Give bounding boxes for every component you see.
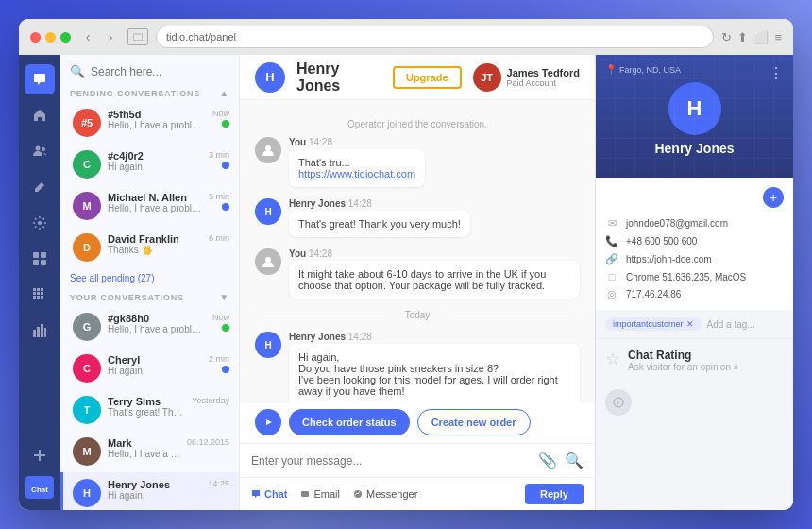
sidebar-item-add[interactable] [25, 440, 55, 470]
conv-avatar: M [73, 437, 101, 466]
sidebar-item-layout[interactable] [25, 244, 55, 274]
email-icon: ✉ [605, 217, 618, 230]
pending-section-header: PENDING CONVERSATIONS ▲ [60, 84, 239, 102]
chat-contact-avatar: H [255, 62, 285, 93]
system-message: Operator joined the conversation. [255, 119, 580, 129]
sidebar-item-settings[interactable] [25, 208, 55, 238]
sidebar-item-compose[interactable] [25, 172, 55, 202]
svg-point-2 [36, 146, 41, 151]
message-bubble: That's great! Thank you very much! [289, 211, 470, 237]
add-info-button[interactable]: + [763, 187, 784, 208]
conv-item-david[interactable]: D David Franklin Thanks 🖐 6 min [60, 227, 239, 268]
tag-remove-icon[interactable]: ✕ [686, 319, 694, 329]
svg-rect-6 [41, 252, 46, 258]
tab-messenger[interactable]: Messenger [353, 488, 417, 500]
svg-rect-11 [41, 288, 43, 291]
svg-rect-1 [133, 33, 143, 35]
more-options-button[interactable]: ⋮ [769, 64, 784, 82]
message-group: You 14:28 That's tru... https://www.tidi… [255, 137, 580, 187]
conv-item-c4j0r2[interactable]: C #c4j0r2 Hi again, 3 min [60, 144, 239, 185]
message-link[interactable]: https://www.tidiochat.com [298, 168, 415, 179]
chat-main: H Henry Jones Upgrade JT James Tedford P… [240, 55, 595, 510]
input-area: 📎 🔍 [240, 443, 595, 477]
pending-collapse[interactable]: ▲ [219, 88, 229, 98]
sidebar-item-chat[interactable] [25, 64, 55, 94]
svg-rect-21 [44, 328, 46, 337]
conv-item-5fh5d[interactable]: #5 #5fh5d Hello, I have a problem with m… [60, 102, 239, 144]
chat-contact-name: Henry Jones [296, 60, 381, 94]
attachment-icon[interactable]: 📎 [538, 452, 557, 469]
see-all-pending[interactable]: See all pending (27) [60, 268, 239, 288]
reply-button[interactable]: Reply [525, 484, 584, 504]
sidebar-item-chart[interactable] [25, 316, 55, 346]
ip-row: ◎ 717.46.24.86 [605, 288, 784, 300]
agent-info: JT James Tedford Paid Account [473, 63, 580, 92]
conv-item-terry[interactable]: T Terry Sims That's great! Thank you ver… [60, 389, 239, 431]
tag-item[interactable]: importantcustomer ✕ [605, 317, 702, 331]
add-tag-button[interactable]: Add a tag... [707, 319, 755, 330]
sidebar-item-contacts[interactable] [25, 136, 55, 166]
new-window-icon[interactable] [127, 28, 148, 45]
minimize-dot[interactable] [45, 32, 56, 43]
message-group: H Henry Jones 14:28 Hi again, Do you hav… [255, 332, 580, 403]
browser-row: □ Chrome 51.636.235, MacOS [605, 271, 784, 282]
bottom-section: i [596, 382, 793, 423]
your-conv-collapse[interactable]: ▼ [219, 292, 229, 302]
rating-subtitle[interactable]: Ask visitor for an opinion » [628, 362, 784, 372]
browser-dots [30, 32, 71, 43]
browser-toolbar: ‹ › tidio.chat/panel ↻ ⬆ ⬜ ≡ [19, 19, 793, 55]
check-order-button[interactable]: Check order status [289, 409, 410, 435]
message-input[interactable] [251, 454, 531, 468]
create-order-button[interactable]: Create new order [417, 409, 531, 435]
share-button[interactable]: ⬆ [737, 30, 748, 44]
message-bubble: That's tru... https://www.tidiochat.com [289, 149, 425, 187]
tab-chat[interactable]: Chat [251, 488, 287, 500]
conv-avatar: D [73, 233, 101, 262]
conv-item-mark[interactable]: M Mark Hello, I have a problem with my w… [60, 431, 239, 472]
svg-rect-12 [33, 292, 36, 295]
conv-avatar: T [73, 396, 101, 424]
url-bar[interactable]: tidio.chat/panel [156, 26, 714, 48]
browser-window: ‹ › tidio.chat/panel ↻ ⬆ ⬜ ≡ [19, 19, 793, 510]
tab-email[interactable]: Email [300, 488, 340, 500]
phone-icon: 📞 [605, 235, 618, 247]
svg-marker-25 [266, 419, 272, 425]
fullscreen-dot[interactable] [60, 32, 71, 43]
svg-rect-14 [41, 292, 43, 295]
info-button[interactable]: i [605, 389, 632, 416]
conv-avatar: H [73, 479, 101, 507]
refresh-button[interactable]: ↻ [721, 30, 732, 44]
conv-avatar: G [73, 313, 101, 341]
conv-item-henry[interactable]: H Henry Jones Hi again, 14:25 [60, 472, 239, 510]
menu-button[interactable]: ≡ [774, 30, 782, 44]
messages-area[interactable]: Operator joined the conversation. You 14… [240, 100, 595, 403]
search-input[interactable] [91, 65, 232, 78]
chat-label[interactable]: Chat [25, 476, 54, 499]
app-container: Chat 🔍 PENDING CONVERSATIONS ▲ #5 #5fh5d… [19, 55, 793, 510]
upgrade-button[interactable]: Upgrade [393, 66, 462, 89]
conv-item-michael[interactable]: M Michael N. Allen Hello, I have a probl… [60, 185, 239, 227]
search-bar: 🔍 [60, 55, 239, 84]
rating-title: Chat Rating [628, 349, 784, 362]
conv-item-gk88h0[interactable]: G #gk88h0 Hello, I have a problem with m… [60, 306, 239, 348]
conv-avatar: #5 [73, 109, 101, 137]
star-icon: ☆ [605, 349, 620, 369]
svg-rect-16 [37, 296, 40, 299]
agent-avatar: JT [473, 63, 501, 92]
forward-button[interactable]: › [101, 27, 120, 46]
fullscreen-button[interactable]: ⬜ [753, 30, 769, 44]
browser-actions: ↻ ⬆ ⬜ ≡ [721, 30, 782, 44]
close-dot[interactable] [30, 32, 41, 43]
conv-item-cheryl[interactable]: C Cheryl Hi again, 2 min [60, 348, 239, 389]
search-in-chat-icon[interactable]: 🔍 [565, 452, 584, 469]
chat-header: H Henry Jones Upgrade JT James Tedford P… [240, 55, 595, 100]
svg-rect-13 [37, 292, 40, 295]
conv-avatar: C [73, 150, 101, 179]
ip-icon: ◎ [605, 288, 618, 300]
your-conversations-header: YOUR CONVERSATIONS ▼ [60, 288, 239, 306]
sidebar-item-grid[interactable] [25, 280, 55, 310]
play-button[interactable] [255, 409, 281, 435]
message-group: H Henry Jones 14:28 That's great! Thank … [255, 198, 580, 237]
sidebar-item-home[interactable] [25, 100, 55, 130]
back-button[interactable]: ‹ [78, 27, 97, 46]
